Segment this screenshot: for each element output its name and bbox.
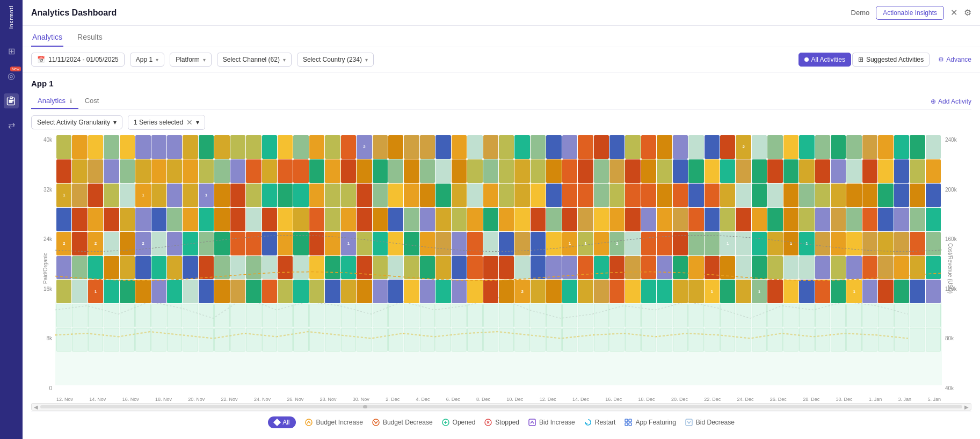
chevron-down-icon: ▾ <box>113 119 117 126</box>
sidebar-item-grid[interactable]: ⊞ <box>4 44 19 59</box>
sub-tab-cost-label: Cost <box>85 97 99 105</box>
platform-filter-value: Platform <box>176 56 200 63</box>
main-content: Analytics Dashboard Demo Actionable Insi… <box>23 0 980 439</box>
legend-all-button[interactable]: All <box>268 416 296 428</box>
legend-budget-decrease[interactable]: Budget Decrease <box>372 418 433 427</box>
tab-results[interactable]: Results <box>76 28 104 47</box>
svg-rect-12 <box>529 419 535 426</box>
all-activities-label: All Activities <box>811 56 845 63</box>
granularity-select[interactable]: Select Activity Granularity ▾ <box>31 115 122 129</box>
legend-bid-increase[interactable]: Bid Increase <box>528 418 575 427</box>
scrollbar-track[interactable] <box>40 405 962 408</box>
tab-analytics[interactable]: Analytics <box>31 28 63 47</box>
date-range-picker[interactable]: 📅 11/11/2024 - 01/05/2025 <box>31 53 125 67</box>
sub-tabs: Analytics ℹ Cost ⊕ Add Activity <box>31 93 971 109</box>
svg-rect-2 <box>9 101 12 103</box>
settings-icon[interactable]: ⚙ <box>964 8 971 18</box>
series-value: 1 Series selected <box>134 119 183 126</box>
sidebar-logo: incrmntl <box>9 5 14 29</box>
sidebar-item-activity[interactable]: ◎ New <box>4 69 19 84</box>
calendar-icon: 📅 <box>37 56 45 63</box>
chevron-down-icon: ▾ <box>283 57 286 63</box>
budget-decrease-icon <box>372 418 380 427</box>
legend-bid-decrease[interactable]: Bid Decrease <box>685 418 735 427</box>
legend-restart[interactable]: Restart <box>584 418 616 427</box>
svg-rect-16 <box>629 423 631 426</box>
svg-rect-14 <box>629 419 631 422</box>
diamond-icon <box>273 419 281 426</box>
all-activities-button[interactable]: All Activities <box>798 53 851 67</box>
restart-label: Restart <box>595 419 616 426</box>
y-val-right-200k: 200k <box>945 187 957 193</box>
restart-icon <box>584 418 592 427</box>
svg-rect-15 <box>625 423 628 426</box>
sidebar-item-exchange[interactable]: ⇄ <box>4 118 19 133</box>
budget-increase-icon <box>304 418 313 427</box>
budget-increase-label: Budget Increase <box>316 419 362 426</box>
heatmap-cells: 22111222111211112111 <box>55 134 942 391</box>
svg-rect-17 <box>686 419 692 426</box>
y-axis-left-label: Paid/Organic <box>42 253 48 284</box>
legend-opened[interactable]: Opened <box>441 418 476 427</box>
legend-app-featuring[interactable]: App Featuring <box>624 418 676 427</box>
add-activity-button[interactable]: ⊕ Add Activity <box>931 98 971 105</box>
legend-stopped[interactable]: Stopped <box>484 418 519 427</box>
clear-series-icon[interactable]: ✕ <box>186 118 193 127</box>
y-val-16k: 16k <box>43 286 52 292</box>
country-filter[interactable]: Select Country (234) ▾ <box>297 53 374 67</box>
activity-toggle: All Activities ⊞ Suggested Activities <box>798 53 930 67</box>
y-val-right-160k: 160k <box>945 236 957 242</box>
app-title: App 1 <box>31 79 971 88</box>
y-val-0: 0 <box>49 385 52 391</box>
chevron-down-icon: ▾ <box>196 119 199 126</box>
svg-rect-0 <box>10 97 13 98</box>
chevron-down-icon: ▾ <box>203 57 206 63</box>
dot-icon <box>804 57 809 62</box>
channel-filter-value: Select Channel (62) <box>223 56 280 63</box>
chevron-down-icon: ▾ <box>365 57 368 63</box>
y-axis-right-label: Cost/Revenue (USD) <box>948 243 954 294</box>
horizontal-scrollbar[interactable]: ◀ ▶ <box>31 403 971 411</box>
channel-filter[interactable]: Select Channel (62) ▾ <box>217 53 292 67</box>
y-axis-left: Paid/Organic 40k 32k 24k 16k 8k 0 <box>31 134 55 402</box>
heatmap-chart-area[interactable]: 22111222111211112111 12. Nov 14. Nov 16.… <box>55 134 942 402</box>
x-axis-labels: 12. Nov 14. Nov 16. Nov 18. Nov 20. Nov … <box>55 397 942 402</box>
y-val-24k: 24k <box>43 236 52 242</box>
bid-increase-label: Bid Increase <box>539 419 575 426</box>
suggested-activities-label: Suggested Activities <box>866 56 924 63</box>
date-range-value: 11/11/2024 - 01/05/2025 <box>48 56 119 63</box>
legend-all-label: All <box>282 419 289 426</box>
app-filter[interactable]: App 1 ▾ <box>130 53 164 67</box>
stopped-label: Stopped <box>495 419 519 426</box>
scrollbar-thumb[interactable] <box>363 405 367 408</box>
y-val-right-40k: 40k <box>945 385 957 391</box>
grid-small-icon: ⊞ <box>858 56 863 63</box>
nav-tabs: Analytics Results <box>23 26 980 47</box>
legend-budget-increase[interactable]: Budget Increase <box>304 418 362 427</box>
svg-point-4 <box>306 419 312 426</box>
sidebar-item-clipboard[interactable] <box>4 93 19 108</box>
header: Analytics Dashboard Demo Actionable Insi… <box>23 0 980 26</box>
y-val-32k: 32k <box>43 187 52 193</box>
sub-tab-cost[interactable]: Cost <box>78 93 106 109</box>
app-featuring-label: App Featuring <box>635 419 676 426</box>
svg-point-5 <box>373 419 379 426</box>
chart-wrapper: Paid/Organic 40k 32k 24k 16k 8k 0 <box>31 134 971 402</box>
sub-tab-analytics[interactable]: Analytics ℹ <box>31 93 78 109</box>
bid-increase-icon <box>528 418 536 427</box>
advance-button[interactable]: ⚙ Advance <box>938 56 971 63</box>
y-val-40k: 40k <box>43 137 52 143</box>
svg-rect-13 <box>625 419 628 422</box>
country-filter-value: Select Country (234) <box>303 56 362 63</box>
y-val-8k: 8k <box>46 335 52 341</box>
bid-decrease-icon <box>685 418 693 427</box>
stopped-icon <box>484 418 492 427</box>
actionable-insights-button[interactable]: Actionable Insights <box>876 6 944 20</box>
plus-circle-icon: ⊕ <box>931 98 936 105</box>
budget-decrease-label: Budget Decrease <box>383 419 433 426</box>
opened-icon <box>441 418 450 427</box>
platform-filter[interactable]: Platform ▾ <box>170 53 212 67</box>
series-select[interactable]: 1 Series selected ✕ ▾ <box>128 115 205 130</box>
close-icon[interactable]: ✕ <box>950 8 957 18</box>
suggested-activities-button[interactable]: ⊞ Suggested Activities <box>852 53 930 67</box>
